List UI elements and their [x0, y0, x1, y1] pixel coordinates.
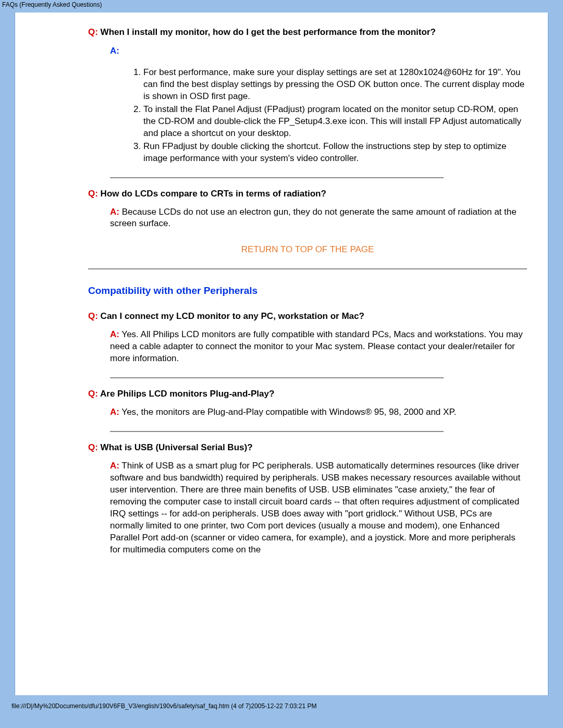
faq-step: For best performance, make sure your dis… — [143, 67, 527, 103]
divider — [110, 177, 444, 178]
faq-answer: A: Think of USB as a smart plug for PC p… — [110, 460, 527, 556]
faq-question: Q: What is USB (Universal Serial Bus)? — [88, 442, 527, 453]
return-to-top-link[interactable]: RETURN TO TOP OF THE PAGE — [88, 244, 527, 255]
faq-answer: A: Yes, the monitors are Plug-and-Play c… — [110, 406, 527, 418]
a-text: Because LCDs do not use an electron gun,… — [110, 207, 517, 229]
faq-answer: A: Yes. All Philips LCD monitors are ful… — [110, 329, 527, 365]
footer-path: file:///D|/My%20Documents/dfu/190V6FB_V3… — [0, 695, 563, 712]
content-area: Q: When I install my monitor, how do I g… — [88, 13, 527, 561]
faq-question: Q: Can I connect my LCD monitor to any P… — [88, 311, 527, 322]
faq-step: Run FPadjust by double clicking the shor… — [143, 141, 527, 165]
a-label: A: — [110, 407, 119, 417]
a-text: Yes, the monitors are Plug-and-Play comp… — [119, 407, 456, 417]
outer-frame: Q: When I install my monitor, how do I g… — [15, 13, 548, 695]
faq-question: Q: How do LCDs compare to CRTs in terms … — [88, 189, 527, 199]
section-heading: Compatibility with other Peripherals — [88, 285, 527, 297]
a-text: Think of USB as a smart plug for PC peri… — [110, 461, 520, 554]
faq-question: Q: Are Philips LCD monitors Plug-and-Pla… — [88, 389, 527, 399]
document-page: Q: When I install my monitor, how do I g… — [15, 13, 548, 695]
q-text: Can I connect my LCD monitor to any PC, … — [98, 311, 364, 321]
divider — [110, 377, 444, 378]
divider — [110, 431, 444, 432]
q-text: What is USB (Universal Serial Bus)? — [98, 442, 253, 452]
q-text: When I install my monitor, how do I get … — [98, 27, 436, 37]
a-label: A: — [110, 329, 119, 339]
faq-answer: A: Because LCDs do not use an electron g… — [110, 206, 527, 230]
a-text: Yes. All Philips LCD monitors are fully … — [110, 329, 523, 363]
q-text: How do LCDs compare to CRTs in terms of … — [98, 189, 326, 199]
page-header-path: FAQs (Frequently Asked Questions) — [0, 0, 563, 9]
faq-step: To install the Flat Panel Adjust (FPadju… — [143, 104, 527, 140]
section-divider — [88, 268, 527, 269]
q-text: Are Philips LCD monitors Plug-and-Play? — [98, 389, 274, 399]
a-label: A: — [110, 461, 119, 471]
faq-answer-label: A: — [110, 46, 527, 56]
q-label: Q: — [88, 442, 98, 452]
faq-question: Q: When I install my monitor, how do I g… — [88, 27, 527, 38]
a-label: A: — [110, 207, 119, 217]
faq-steps-list: For best performance, make sure your dis… — [128, 67, 527, 165]
q-label: Q: — [88, 389, 98, 399]
q-label: Q: — [88, 311, 98, 321]
a-label: A: — [110, 46, 119, 56]
q-label: Q: — [88, 27, 98, 37]
q-label: Q: — [88, 189, 98, 199]
